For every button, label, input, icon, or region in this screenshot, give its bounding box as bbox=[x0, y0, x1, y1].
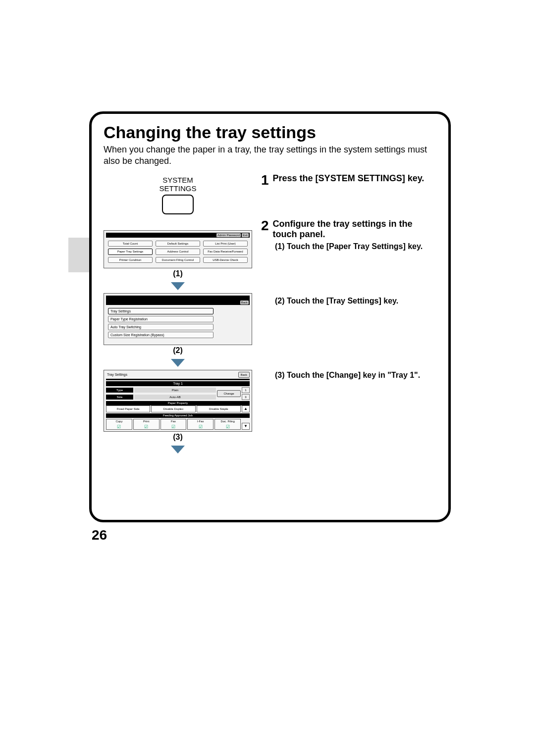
document-filing-control-button[interactable]: Document Filing Control bbox=[156, 257, 200, 263]
arrow-down-icon bbox=[171, 446, 185, 454]
job-doc-filing[interactable]: Doc. Filing☑ bbox=[214, 419, 241, 430]
callout-1: (1) bbox=[173, 269, 183, 278]
check-icon: ☑ bbox=[171, 425, 175, 429]
size-value: Auto-AB bbox=[134, 395, 216, 400]
system-key-line2: SETTINGS bbox=[159, 184, 196, 193]
callout-3: (3) bbox=[173, 433, 183, 442]
disable-staple-option[interactable]: Disable Staple bbox=[197, 405, 241, 412]
check-icon: ☑ bbox=[117, 425, 121, 429]
scroll-down-button[interactable]: ▼ bbox=[242, 423, 250, 430]
step-2: 2 Configure the tray settings in the tou… bbox=[261, 219, 436, 239]
arrow-down-icon bbox=[171, 359, 185, 367]
page-title: Changing the tray settings bbox=[104, 123, 436, 142]
screen-tray-settings-detail: Tray Settings Back Tray 1 Type Plain Cha… bbox=[104, 370, 252, 432]
tray-settings-button[interactable]: Tray Settings bbox=[108, 308, 214, 314]
fixed-paper-side-option[interactable]: Fixed Paper Side bbox=[106, 405, 150, 412]
page-index-top: 1 bbox=[242, 387, 250, 393]
system-settings-hard-key[interactable] bbox=[162, 195, 194, 214]
screen-paper-tray-settings: Back Tray Settings Paper Type Registrati… bbox=[104, 293, 252, 345]
exit-button[interactable]: Exit bbox=[242, 233, 249, 237]
printer-condition-button[interactable]: Printer Condition bbox=[108, 257, 153, 263]
intro-text: When you change the paper in a tray, the… bbox=[104, 144, 436, 166]
feeding-approved-job-header: Feeding Approved Job bbox=[106, 413, 250, 418]
screen-system-settings: Admin Password Exit Total Count Default … bbox=[104, 230, 252, 268]
check-icon: ☑ bbox=[226, 425, 230, 429]
page-number: 26 bbox=[92, 527, 107, 543]
total-count-button[interactable]: Total Count bbox=[108, 241, 153, 247]
step-2-sub3: (3) Touch the [Change] key in "Tray 1". bbox=[275, 371, 436, 380]
type-value: Plain bbox=[134, 388, 216, 393]
job-print[interactable]: Print☑ bbox=[133, 419, 160, 430]
system-settings-key-illustration: SYSTEM SETTINGS bbox=[104, 176, 252, 214]
callout-2: (2) bbox=[173, 346, 183, 355]
step-1-text: Press the [SYSTEM SETTINGS] key. bbox=[273, 173, 425, 187]
step-2-text: Configure the tray settings in the touch… bbox=[273, 219, 436, 239]
tray-settings-title: Tray Settings bbox=[106, 372, 128, 377]
back-button-screen3[interactable]: Back bbox=[238, 372, 250, 378]
address-control-button[interactable]: Address Control bbox=[156, 249, 200, 254]
page-index-bottom: 3 bbox=[242, 394, 250, 400]
change-button[interactable]: Change bbox=[217, 390, 241, 397]
arrow-down-icon bbox=[171, 282, 185, 290]
scroll-up-button[interactable]: ▲ bbox=[242, 405, 250, 412]
admin-password-button[interactable]: Admin Password bbox=[216, 233, 241, 237]
paper-property-header: Paper Property bbox=[106, 401, 250, 405]
step-2-number: 2 bbox=[261, 219, 269, 239]
job-copy[interactable]: Copy☑ bbox=[106, 419, 132, 430]
system-key-line1: SYSTEM bbox=[162, 176, 193, 184]
step-2-sub1: (1) Touch the [Paper Tray Settings] key. bbox=[275, 242, 436, 251]
auto-tray-switching-button[interactable]: Auto Tray Switching bbox=[108, 324, 214, 330]
job-ifax[interactable]: I-Fax☑ bbox=[187, 419, 214, 430]
step-1-number: 1 bbox=[261, 173, 269, 187]
job-fax[interactable]: Fax☑ bbox=[160, 419, 187, 430]
custom-size-registration-bypass-button[interactable]: Custom Size Registration (Bypass) bbox=[108, 332, 214, 338]
disable-duplex-option[interactable]: Disable Duplex bbox=[151, 405, 195, 412]
back-button-screen2[interactable]: Back bbox=[240, 301, 249, 304]
side-tab bbox=[68, 238, 89, 272]
check-icon: ☑ bbox=[144, 425, 148, 429]
paper-tray-settings-button[interactable]: Paper Tray Settings bbox=[108, 249, 153, 254]
type-label: Type bbox=[106, 388, 133, 393]
list-print-user-button[interactable]: List Print (User) bbox=[203, 241, 248, 247]
usb-device-check-button[interactable]: USB-Device Check bbox=[203, 257, 248, 263]
step-2-sub2: (2) Touch the [Tray Settings] key. bbox=[275, 297, 436, 305]
paper-type-registration-button[interactable]: Paper Type Registration bbox=[108, 316, 214, 322]
fax-data-receive-forward-button[interactable]: Fax Data Receive/Forward bbox=[203, 249, 248, 254]
tray-1-header: Tray 1 bbox=[106, 381, 250, 386]
step-1: 1 Press the [SYSTEM SETTINGS] key. bbox=[261, 173, 436, 187]
content-frame: Changing the tray settings When you chan… bbox=[89, 111, 451, 522]
check-icon: ☑ bbox=[199, 425, 203, 429]
default-settings-button[interactable]: Default Settings bbox=[156, 241, 200, 247]
size-label: Size bbox=[106, 395, 133, 400]
